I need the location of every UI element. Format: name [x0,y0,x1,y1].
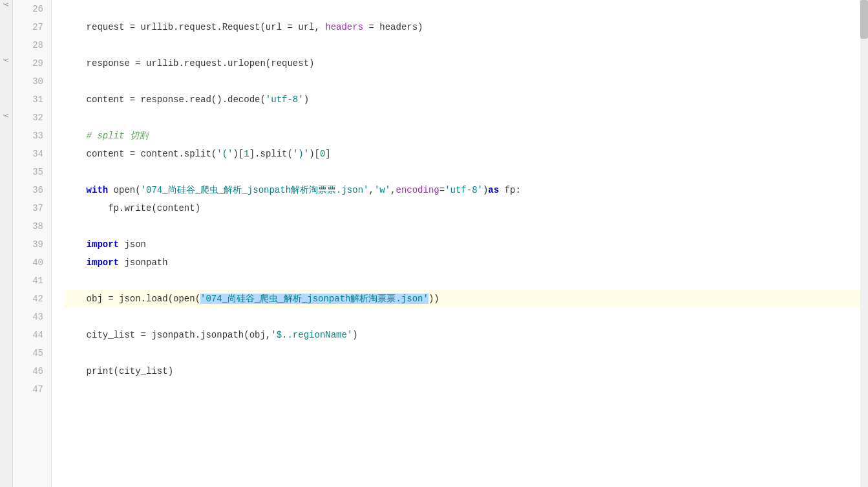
code-line-28 [65,36,868,54]
line-num-34: 34 [13,145,51,163]
code-line-40: import jsonpath [65,254,868,272]
line-num-40: 40 [13,254,51,272]
code-lines: request = urllib.request.Request(url = u… [52,0,868,487]
line-num-29: 29 [13,54,51,72]
code-line-26 [65,0,868,18]
code-line-27: request = urllib.request.Request(url = u… [65,18,868,36]
left-panel: y y y [0,0,13,487]
line-num-31: 31 [13,91,51,109]
line-num-33: 33 [13,127,51,145]
editor-container: y y y 26 27 28 29 30 31 32 33 34 35 36 3… [0,0,868,487]
code-line-43 [65,308,868,326]
left-panel-marker3: y [3,114,10,118]
line-num-37: 37 [13,199,51,217]
code-line-45 [65,344,868,362]
line-num-43: 43 [13,308,51,326]
line-num-47: 47 [13,380,51,398]
line-num-36: 36 [13,181,51,199]
code-line-39: import json [65,235,868,254]
line-num-38: 38 [13,217,51,235]
line-num-45: 45 [13,344,51,362]
line-num-39: 39 [13,235,51,254]
code-line-36: with open('074_尚硅谷_爬虫_解析_jsonpath解析淘票票.j… [65,181,868,199]
line-num-44: 44 [13,326,51,344]
line-numbers: 26 27 28 29 30 31 32 33 34 35 36 37 38 3… [13,0,52,487]
line-num-28: 28 [13,36,51,54]
code-line-35 [65,163,868,181]
code-line-42: obj = json.load(open('074_尚硅谷_爬虫_解析_json… [65,290,868,308]
line-num-35: 35 [13,163,51,181]
code-line-32 [65,109,868,127]
line-num-30: 30 [13,72,51,91]
vertical-scrollbar[interactable] [860,0,868,487]
left-panel-marker: y [3,3,10,6]
line-num-42: 42 [13,290,51,308]
line-num-27: 27 [13,18,51,36]
code-line-29: response = urllib.request.urlopen(reques… [65,54,868,72]
scrollbar-thumb[interactable] [860,0,868,39]
line-num-26: 26 [13,0,51,18]
code-line-30 [65,72,868,91]
code-line-34: content = content.split('(')[1].split(')… [65,145,868,163]
code-line-33: # split 切割 [65,127,868,145]
code-line-41 [65,272,868,290]
code-line-37: fp.write(content) [65,199,868,217]
code-line-46: print(city_list) [65,362,868,380]
code-editor[interactable]: request = urllib.request.Request(url = u… [52,0,868,487]
line-num-41: 41 [13,272,51,290]
line-num-46: 46 [13,362,51,380]
code-line-47 [65,380,868,398]
code-line-44: city_list = jsonpath.jsonpath(obj,'$..re… [65,326,868,344]
left-panel-marker2: y [3,58,10,62]
code-line-31: content = response.read().decode('utf-8'… [65,91,868,109]
line-num-32: 32 [13,109,51,127]
code-line-38 [65,217,868,235]
